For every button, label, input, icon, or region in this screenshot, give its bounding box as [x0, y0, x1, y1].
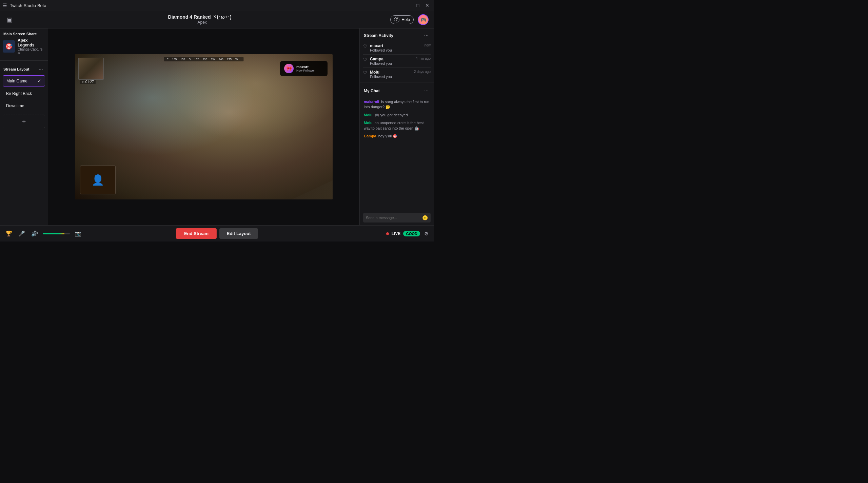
layout-item-be-right-back[interactable]: Be Right Back — [3, 89, 45, 99]
activity-item-2: ♡ Molu Followed you 2 days ago — [363, 68, 431, 81]
game-scene: E ... 135 ... 155 ... S ... 192 ... 195 … — [75, 54, 333, 199]
my-chat-header: My Chat ··· — [360, 84, 434, 97]
titlebar: ☰ Twitch Studio Beta — □ ✕ — [0, 0, 434, 11]
game-thumbnail: 🎯 — [3, 40, 15, 53]
chat-message-1: Molu 🎮 you got decoyed — [364, 113, 430, 118]
activity-action-0: Followed you — [370, 48, 422, 52]
stream-activity-header: Stream Activity ··· — [360, 28, 434, 41]
activity-username-0: maxart — [370, 43, 422, 48]
follower-label: New Follower — [296, 69, 315, 72]
chat-text-2: an unopened crate is the best way to bai… — [364, 121, 424, 130]
activity-username-1: Campa — [370, 57, 413, 61]
stream-activity-options-button[interactable]: ··· — [423, 32, 430, 39]
chat-message-0: makaroll is sang always the first to run… — [364, 99, 430, 110]
activity-username-2: Molu — [370, 70, 411, 75]
stream-layout-title: Stream Layout — [3, 67, 29, 71]
sidebar-divider-1 — [0, 60, 48, 61]
capture-card: 🎯 Apex Legends Change Capture ✏ — [3, 38, 45, 55]
heart-icon-0: ♡ — [363, 44, 367, 49]
mic-button[interactable]: 🎤 — [17, 229, 26, 238]
my-chat-title: My Chat — [364, 89, 380, 93]
emoji-button[interactable]: 🙂 — [422, 215, 428, 220]
my-chat-options-button[interactable]: ··· — [423, 87, 430, 95]
minimap-inner — [79, 58, 103, 79]
activity-text-2: Molu Followed you — [370, 70, 411, 79]
volume-slider[interactable] — [43, 233, 70, 234]
activity-action-2: Followed you — [370, 75, 411, 79]
chat-text-1: 🎮 you got decoyed — [375, 113, 408, 117]
bottom-right-status: LIVE GOOD ⚙ — [386, 230, 430, 238]
game-minimap — [78, 58, 104, 80]
follower-notification: 🎀 maxart New Follower — [280, 61, 328, 76]
follower-avatar: 🎀 — [284, 64, 294, 73]
chat-text-3: hey y'all 🎯 — [378, 134, 397, 138]
game-name: Apex — [197, 20, 206, 25]
chat-username-0: makaroll — [364, 100, 379, 104]
camera-button[interactable]: 📷 — [73, 229, 83, 238]
stream-activity-title: Stream Activity — [364, 33, 393, 38]
activity-text-1: Campa Followed you — [370, 57, 413, 65]
live-label: LIVE — [392, 231, 401, 236]
avatar[interactable]: 🎮 — [418, 14, 429, 25]
webcam-overlay: 👤 — [80, 166, 116, 194]
heart-icon-1: ♡ — [363, 57, 367, 62]
activity-item-0: ♡ maxart Followed you now — [363, 41, 431, 55]
chat-input[interactable] — [366, 216, 422, 220]
right-sidebar: Stream Activity ··· ♡ maxart Followed yo… — [359, 28, 434, 225]
quality-badge: GOOD — [403, 231, 420, 236]
activity-item-1: ♡ Campa Followed you 4 min ago — [363, 55, 431, 68]
change-capture-button[interactable]: Change Capture ✏ — [18, 47, 45, 55]
webcam-person-icon: 👤 — [92, 174, 104, 186]
stream-layout-options-button[interactable]: ··· — [37, 65, 44, 73]
activity-time-1: 4 min ago — [416, 57, 431, 60]
chat-username-2: Molu — [364, 121, 373, 125]
game-timer: ⊙ 01:27 — [80, 80, 96, 84]
activity-action-1: Followed you — [370, 61, 413, 65]
left-sidebar: Main Screen Share 🎯 Apex Legends Change … — [0, 28, 48, 225]
chat-input-area: 🙂 — [360, 210, 434, 225]
volume-button[interactable]: 🔊 — [30, 229, 39, 238]
layout-item-main-game[interactable]: Main Game ✓ — [3, 75, 45, 86]
heart-icon-2: ♡ — [363, 70, 367, 75]
settings-button[interactable]: ⚙ — [423, 230, 430, 238]
activity-time-2: 2 days ago — [414, 70, 431, 74]
fps-gun-overlay — [265, 152, 333, 199]
help-button[interactable]: ? Help — [390, 15, 414, 24]
header: ▣ Diamond 4 Ranked ヾ(･ω+･)ゞ Apex ? Help … — [0, 11, 434, 28]
maximize-button[interactable]: □ — [414, 1, 422, 9]
capture-info: Apex Legends Change Capture ✏ — [18, 38, 45, 55]
sidebar-toggle-button[interactable]: ▣ — [5, 15, 14, 25]
menu-icon[interactable]: ☰ — [3, 3, 7, 8]
main-layout: Main Screen Share 🎯 Apex Legends Change … — [0, 28, 434, 225]
bottom-bar: 🏆 🎤 🔊 📷 End Stream Edit Layout LIVE GOOD… — [0, 225, 434, 242]
activity-time-0: now — [425, 43, 431, 47]
follower-username: maxart — [296, 65, 315, 69]
window-controls: — □ ✕ — [404, 1, 431, 9]
chat-list: makaroll is sang always the first to run… — [360, 97, 434, 210]
panel-divider — [360, 82, 434, 82]
minimize-button[interactable]: — — [404, 1, 412, 9]
captured-game-name: Apex Legends — [18, 38, 45, 47]
follower-info: maxart New Follower — [296, 65, 315, 72]
live-indicator-dot — [386, 232, 389, 235]
close-button[interactable]: ✕ — [423, 1, 431, 9]
stream-layout-header: Stream Layout ··· — [0, 63, 48, 74]
chat-input-wrapper: 🙂 — [363, 213, 431, 223]
edit-layout-button[interactable]: Edit Layout — [219, 228, 258, 239]
capture-section-header: Main Screen Share — [0, 28, 48, 38]
achievement-button[interactable]: 🏆 — [4, 229, 14, 238]
chat-username-3: Campa — [364, 134, 376, 138]
bottom-left-controls: 🏆 🎤 🔊 📷 — [4, 229, 83, 238]
add-layout-button[interactable]: + — [3, 115, 45, 128]
help-icon: ? — [394, 17, 399, 22]
stream-title-group: Diamond 4 Ranked ヾ(･ω+･)ゞ Apex — [14, 14, 390, 25]
preview-area: E ... 135 ... 155 ... S ... 192 ... 195 … — [48, 28, 359, 225]
chat-username-1: Molu — [364, 113, 373, 117]
game-compass: E ... 135 ... 155 ... S ... 192 ... 195 … — [164, 57, 243, 61]
stream-title: Diamond 4 Ranked ヾ(･ω+･)ゞ — [168, 14, 236, 20]
bottom-center-controls: End Stream Edit Layout — [176, 228, 258, 239]
chat-message-3: Campa hey y'all 🎯 — [364, 134, 430, 139]
activity-list: ♡ maxart Followed you now ♡ Campa Follow… — [360, 41, 434, 81]
layout-item-downtime[interactable]: Downtime — [3, 101, 45, 111]
end-stream-button[interactable]: End Stream — [176, 228, 217, 239]
